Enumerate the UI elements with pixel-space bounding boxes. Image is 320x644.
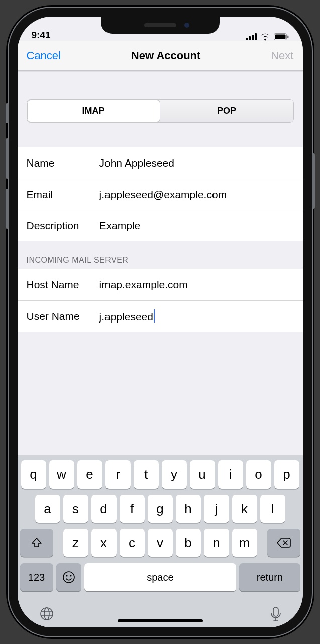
segment-imap[interactable]: IMAP [27, 100, 160, 122]
name-label: Name [27, 157, 99, 169]
user-name-field[interactable]: j.appleseed [99, 309, 294, 323]
host-name-field[interactable]: imap.example.com [99, 279, 294, 291]
svg-point-9 [70, 575, 71, 576]
segment-pop[interactable]: POP [160, 100, 293, 122]
key-b[interactable]: b [176, 529, 201, 557]
key-k[interactable]: k [232, 495, 257, 523]
notch [101, 17, 220, 34]
key-f[interactable]: f [120, 495, 145, 523]
row-email[interactable]: Email j.appleseed@example.com [18, 179, 303, 210]
key-i[interactable]: i [218, 460, 243, 489]
email-field[interactable]: j.appleseed@example.com [99, 189, 294, 201]
svg-rect-5 [275, 35, 285, 39]
battery-icon [274, 33, 289, 40]
incoming-section-header: INCOMING MAIL SERVER [18, 242, 303, 269]
key-a[interactable]: a [35, 495, 60, 523]
row-host-name[interactable]: Host Name imap.example.com [18, 269, 303, 300]
key-r[interactable]: r [105, 460, 131, 489]
key-h[interactable]: h [176, 495, 201, 523]
key-q[interactable]: q [21, 460, 46, 489]
row-user-name[interactable]: User Name j.appleseed [18, 300, 303, 332]
cancel-button[interactable]: Cancel [27, 49, 61, 62]
return-key[interactable]: return [239, 563, 300, 591]
home-indicator[interactable] [118, 619, 203, 622]
key-y[interactable]: y [162, 460, 187, 489]
text-cursor [154, 309, 155, 323]
space-key[interactable]: space [84, 563, 237, 591]
svg-point-7 [63, 572, 74, 583]
key-v[interactable]: v [148, 529, 173, 557]
key-d[interactable]: d [91, 495, 117, 523]
key-l[interactable]: l [260, 495, 285, 523]
key-w[interactable]: w [49, 460, 74, 489]
key-o[interactable]: o [246, 460, 271, 489]
svg-rect-0 [246, 38, 248, 40]
key-g[interactable]: g [148, 495, 173, 523]
svg-point-8 [66, 575, 67, 576]
row-name[interactable]: Name John Appleseed [18, 147, 303, 179]
svg-rect-2 [252, 35, 254, 40]
key-e[interactable]: e [77, 460, 102, 489]
svg-rect-6 [287, 36, 289, 38]
protocol-segmented-control[interactable]: IMAP POP [27, 99, 294, 123]
svg-point-11 [44, 608, 49, 620]
key-z[interactable]: z [63, 529, 88, 557]
svg-point-10 [41, 608, 53, 620]
host-name-label: Host Name [27, 279, 99, 291]
navigation-bar: Cancel New Account Next [18, 41, 303, 71]
key-s[interactable]: s [63, 495, 88, 523]
account-info-group: Name John Appleseed Email j.appleseed@ex… [18, 147, 303, 242]
email-label: Email [27, 189, 99, 201]
key-p[interactable]: p [274, 460, 299, 489]
svg-rect-12 [273, 607, 278, 616]
user-name-label: User Name [27, 310, 99, 323]
dictation-icon[interactable] [270, 606, 281, 622]
row-description[interactable]: Description Example [18, 210, 303, 241]
keyboard[interactable]: qwertyuiop asdfghjkl zxcvbnm 123 space r… [18, 455, 303, 627]
wifi-icon [260, 33, 271, 41]
backspace-key[interactable] [267, 529, 300, 557]
status-time: 9:41 [32, 30, 51, 41]
key-m[interactable]: m [232, 529, 257, 557]
page-title: New Account [131, 49, 201, 62]
numbers-key[interactable]: 123 [20, 563, 53, 591]
next-button[interactable]: Next [271, 49, 293, 62]
svg-rect-3 [255, 33, 257, 40]
key-n[interactable]: n [204, 529, 229, 557]
shift-key[interactable] [20, 529, 53, 557]
svg-rect-1 [249, 36, 251, 40]
key-u[interactable]: u [190, 460, 215, 489]
emoji-key[interactable] [56, 563, 81, 591]
cellular-icon [246, 33, 257, 40]
key-t[interactable]: t [134, 460, 159, 489]
name-field[interactable]: John Appleseed [99, 157, 294, 169]
description-field[interactable]: Example [99, 220, 294, 232]
incoming-server-group: Host Name imap.example.com User Name j.a… [18, 269, 303, 332]
globe-icon[interactable] [39, 606, 54, 622]
description-label: Description [27, 220, 99, 232]
key-j[interactable]: j [204, 495, 229, 523]
key-c[interactable]: c [120, 529, 145, 557]
key-x[interactable]: x [91, 529, 117, 557]
